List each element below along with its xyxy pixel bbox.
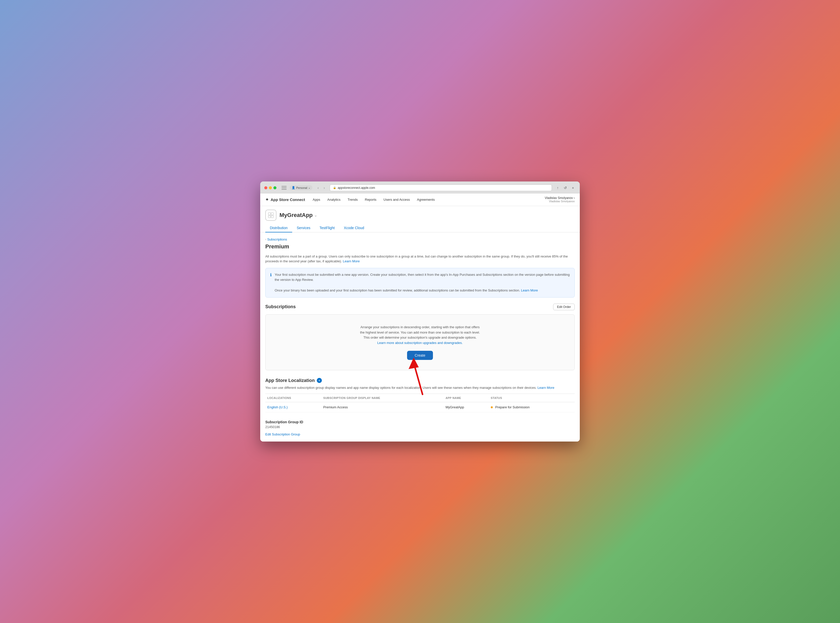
info-box-learn-more-link[interactable]: Learn More — [521, 288, 538, 292]
info-text-content: All subscriptions must be a part of a gr… — [265, 255, 568, 263]
info-box-line2: Once your binary has been uploaded and y… — [275, 288, 570, 293]
browser-titlebar: 👤 Personal ⌄ ‹ › 🔒 appstoreconnect.apple… — [260, 181, 580, 193]
cell-localization: English (U.S.) — [265, 402, 321, 412]
col-status: Status — [489, 394, 575, 402]
forward-button[interactable]: › — [322, 185, 327, 190]
info-box: ℹ Your first subscription must be submit… — [265, 268, 575, 298]
share-icon[interactable]: ↑ — [555, 185, 560, 190]
app-name-chevron[interactable]: ⌄ — [314, 213, 317, 217]
subscriptions-section-header: Subscriptions Edit Order — [265, 304, 575, 310]
svg-rect-1 — [271, 213, 274, 215]
breadcrumb-chevron-icon: ‹ — [265, 238, 266, 241]
col-app-name: App Name — [444, 394, 489, 402]
top-nav: ✦ App Store Connect Apps Analytics Trend… — [260, 193, 580, 206]
main-content: ‹ Subscriptions Premium All subscription… — [260, 232, 580, 442]
localization-table: Localizations Subscription Group Display… — [265, 394, 575, 412]
localization-learn-more-link[interactable]: Learn More — [537, 386, 554, 390]
info-box-text: Your first subscription must be submitte… — [275, 272, 570, 293]
col-group-display-name: Subscription Group Display Name — [321, 394, 443, 402]
app-content: ✦ App Store Connect Apps Analytics Trend… — [260, 193, 580, 442]
nav-link-analytics[interactable]: Analytics — [327, 197, 340, 203]
localization-header: App Store Localization + — [265, 378, 575, 383]
nav-link-trends[interactable]: Trends — [348, 197, 358, 203]
app-logo-text: App Store Connect — [271, 198, 305, 202]
browser-actions: ↑ ↺ + — [555, 185, 576, 190]
table-row: English (U.S.) Premium Access MyGreatApp… — [265, 402, 575, 412]
cell-group-display-name: Premium Access — [321, 402, 443, 412]
profile-icon: 👤 — [292, 186, 295, 189]
tab-distribution[interactable]: Distribution — [265, 224, 292, 232]
profile-label: Personal — [296, 186, 307, 189]
profile-chevron: ⌄ — [308, 186, 311, 189]
page-title: Premium — [265, 243, 575, 250]
cell-app-name: MyGreatApp — [444, 402, 489, 412]
subscription-group-id-section: Subscription Group ID 21450186 Edit Subs… — [265, 420, 575, 436]
url-text: appstoreconnect.apple.com — [338, 186, 375, 190]
app-tabs: Distribution Services TestFlight Xcode C… — [265, 224, 575, 232]
subscription-group-id-label: Subscription Group ID — [265, 420, 575, 424]
tab-testflight[interactable]: TestFlight — [315, 224, 339, 232]
app-name: MyGreatApp — [280, 212, 313, 218]
info-paragraph: All subscriptions must be a part of a gr… — [265, 254, 575, 264]
subscription-upgrades-link[interactable]: Learn more about subscription upgrades a… — [377, 341, 463, 345]
app-logo[interactable]: ✦ App Store Connect — [265, 197, 305, 202]
nav-link-apps[interactable]: Apps — [313, 197, 320, 203]
create-button[interactable]: Create — [407, 351, 433, 360]
status-dot-icon — [491, 406, 493, 408]
browser-window: 👤 Personal ⌄ ‹ › 🔒 appstoreconnect.apple… — [260, 181, 580, 442]
svg-rect-3 — [271, 215, 274, 218]
svg-rect-0 — [268, 213, 271, 215]
col-localizations: Localizations — [265, 394, 321, 402]
subscriptions-empty-box: Arrange your subscriptions in descending… — [265, 314, 575, 370]
table-header-row: Localizations Subscription Group Display… — [265, 394, 575, 402]
close-button[interactable] — [264, 186, 267, 189]
localization-section: App Store Localization + You can use dif… — [265, 378, 575, 413]
user-menu-name: Vladislav Smolyanov › — [545, 196, 575, 200]
add-localization-button[interactable]: + — [317, 378, 322, 383]
info-box-line1: Your first subscription must be submitte… — [275, 272, 570, 283]
cell-status: Prepare for Submission — [489, 402, 575, 412]
info-learn-more-link[interactable]: Learn More — [343, 259, 360, 263]
sidebar-toggle[interactable] — [282, 186, 286, 190]
tab-services[interactable]: Services — [292, 224, 315, 232]
add-tab-button[interactable]: + — [570, 185, 576, 190]
app-icon — [265, 210, 277, 221]
nav-arrows: ‹ › — [315, 185, 327, 190]
breadcrumb[interactable]: ‹ Subscriptions — [265, 238, 575, 241]
subscriptions-helper-text: Arrange your subscriptions in descending… — [359, 325, 481, 346]
app-identity: MyGreatApp ⌄ — [265, 210, 575, 221]
info-icon: ℹ — [270, 272, 272, 293]
user-menu[interactable]: Vladislav Smolyanov › Vladislav Smolyano… — [545, 196, 575, 203]
localization-link[interactable]: English (U.S.) — [267, 405, 288, 409]
svg-rect-2 — [268, 215, 271, 218]
status-label: Prepare for Submission — [495, 405, 529, 409]
nav-link-agreements[interactable]: Agreements — [417, 197, 435, 203]
edit-subscription-group-link[interactable]: Edit Subscription Group — [265, 433, 300, 436]
app-header: MyGreatApp ⌄ Distribution Services TestF… — [260, 206, 580, 232]
address-bar[interactable]: 🔒 appstoreconnect.apple.com — [330, 184, 552, 191]
lock-icon: 🔒 — [333, 186, 336, 189]
app-name-row: MyGreatApp ⌄ — [280, 212, 317, 218]
subscriptions-section-title: Subscriptions — [265, 304, 296, 310]
maximize-button[interactable] — [274, 186, 277, 189]
traffic-lights — [264, 186, 277, 189]
top-nav-links: Apps Analytics Trends Reports Users and … — [313, 197, 545, 203]
profile-pill[interactable]: 👤 Personal ⌄ — [290, 185, 312, 190]
minimize-button[interactable] — [269, 186, 272, 189]
tab-xcode-cloud[interactable]: Xcode Cloud — [339, 224, 369, 232]
user-menu-sub: Vladislav Smolyanov — [549, 200, 575, 203]
breadcrumb-label: Subscriptions — [267, 238, 287, 241]
app-store-connect-icon: ✦ — [265, 197, 269, 202]
localization-title: App Store Localization — [265, 378, 315, 383]
localization-desc: You can use different subscription group… — [265, 385, 575, 390]
back-button[interactable]: ‹ — [315, 185, 321, 190]
nav-link-users[interactable]: Users and Access — [383, 197, 410, 203]
edit-order-button[interactable]: Edit Order — [553, 304, 575, 310]
reload-icon[interactable]: ↺ — [563, 185, 568, 190]
nav-link-reports[interactable]: Reports — [365, 197, 377, 203]
subscription-group-id-value: 21450186 — [265, 425, 575, 429]
